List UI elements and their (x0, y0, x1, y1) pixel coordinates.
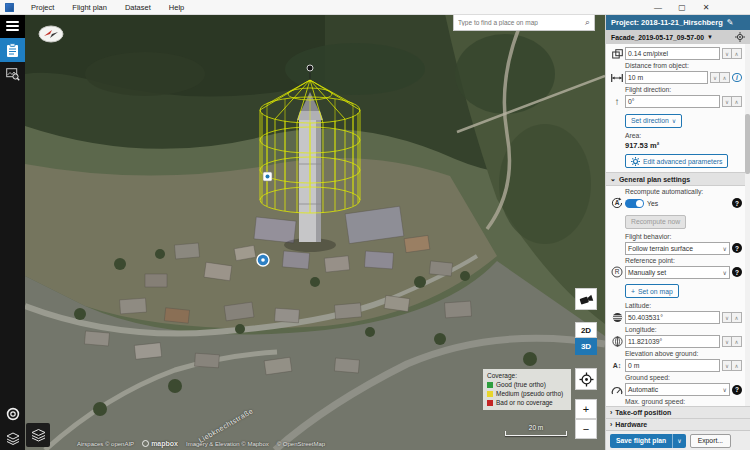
toolbar-layers-icon[interactable] (0, 426, 25, 450)
section-takeoff-position[interactable]: › Take-off position (606, 406, 750, 418)
elevation-input[interactable]: 0 m (625, 359, 720, 372)
direction-arrow-icon: ↑ (609, 96, 625, 107)
ground-speed-help-icon[interactable]: ? (732, 385, 742, 395)
project-titlebar: Project: 2018-11-21_Hirschberg ✎ (606, 14, 750, 30)
section-hardware[interactable]: › Hardware (606, 418, 750, 430)
scrollbar-thumb[interactable] (745, 114, 750, 174)
basemap-layers-button[interactable] (26, 423, 50, 447)
direction-input[interactable]: 0° (625, 95, 720, 108)
compass[interactable] (38, 25, 64, 43)
chevron-down-icon: ∨ (672, 117, 676, 124)
reference-point-marker[interactable] (257, 254, 269, 266)
zoom-in-button[interactable]: + (575, 399, 597, 419)
coverage-legend: Coverage: Good (true ortho) Medium (pseu… (483, 369, 571, 410)
hamburger-menu-icon[interactable] (0, 14, 25, 38)
recompute-label: Recompute automatically: (625, 188, 742, 196)
flight-selector-bar[interactable]: Facade_2019-05-17_09-57-00 ▼ (606, 30, 750, 44)
section-general-plan-settings[interactable]: ⌄ General plan settings (606, 172, 745, 186)
gsd-input[interactable]: 0.14 cm/pixel (625, 47, 720, 60)
sidebar-scrollbar[interactable] (745, 44, 750, 406)
clipboard-icon (6, 43, 19, 58)
attribution-airspaces[interactable]: Airspaces © openAIP (77, 441, 134, 447)
zoom-out-button[interactable]: − (575, 419, 597, 439)
reference-point-label: Reference point: (625, 257, 742, 265)
map-mode-3d-button[interactable]: 3D (575, 338, 597, 355)
longitude-globe-icon (609, 336, 625, 347)
recompute-toggle[interactable] (625, 199, 644, 208)
app-icon (5, 3, 14, 12)
flight-selector-name: Facade_2019-05-17_09-57-00 (611, 34, 704, 41)
area-value: 917.53 m² (625, 141, 742, 150)
attribution-imagery[interactable]: Imagery & Elevation © Mapbox (186, 441, 269, 447)
menu-project[interactable]: Project (22, 0, 63, 14)
set-direction-button[interactable]: Set direction ∨ (625, 114, 682, 128)
distance-icon (609, 74, 625, 82)
flight-behavior-help-icon[interactable]: ? (732, 243, 742, 253)
ground-speed-select[interactable]: Automatic ∨ (625, 383, 730, 396)
map-search: ⌕ (453, 14, 595, 31)
recompute-now-button[interactable]: Recompute now (625, 215, 686, 229)
svg-text:A: A (615, 199, 620, 206)
legend-label-medium: Medium (pseudo ortho) (496, 390, 563, 397)
direction-label: Flight direction: (625, 86, 742, 94)
camera-view-button[interactable] (575, 288, 597, 310)
save-flight-plan-button[interactable]: Save flight plan ∨ (610, 434, 686, 448)
search-icon[interactable]: ⌕ (585, 18, 594, 27)
left-toolbar (0, 14, 25, 450)
sidebar-item-flight-plan[interactable] (0, 38, 25, 62)
latitude-stepper[interactable]: ∨∧ (722, 312, 742, 323)
legend-title: Coverage: (487, 372, 567, 379)
photo-search-icon (6, 68, 20, 81)
window-controls: — ▢ ✕ (646, 0, 718, 14)
map-mode-2d-button[interactable]: 2D (575, 322, 597, 338)
latitude-globe-icon (609, 312, 625, 323)
grid-top-anchor[interactable] (307, 65, 313, 71)
edit-advanced-parameters-button[interactable]: Edit advanced parameters (625, 154, 728, 168)
direction-stepper[interactable]: ∨∧ (722, 96, 742, 107)
reference-point-icon: R (609, 266, 625, 278)
recompute-auto-icon: A (609, 197, 625, 209)
distance-input[interactable]: 10 m (625, 71, 708, 84)
menu-dataset[interactable]: Dataset (116, 0, 160, 14)
ground-speed-label: Ground speed: (625, 374, 742, 382)
close-button[interactable]: ✕ (694, 0, 718, 14)
attribution-osm[interactable]: © OpenStreetMap (277, 441, 325, 447)
plan-settings-panel: 0.14 cm/pixel ∨∧ Distance from object: 1… (606, 44, 745, 406)
distance-label: Distance from object: (625, 62, 742, 70)
project-title: Project: 2018-11-21_Hirschberg (611, 18, 723, 27)
svg-text:R: R (615, 268, 620, 275)
waypoint-marker[interactable] (263, 172, 272, 181)
set-on-map-button[interactable]: + Set on map (625, 284, 679, 298)
maximize-button[interactable]: ▢ (670, 0, 694, 14)
chevron-down-icon: ∨ (723, 269, 727, 276)
recompute-help-icon[interactable]: ? (732, 198, 742, 208)
caret-down-icon: ▼ (707, 34, 713, 40)
elevation-stepper[interactable]: ∨∧ (722, 360, 742, 371)
reference-point-select[interactable]: Manually set ∨ (625, 266, 730, 279)
max-ground-speed-label: Max. ground speed: (625, 398, 742, 406)
longitude-stepper[interactable]: ∨∧ (722, 336, 742, 347)
mapbox-logo[interactable]: mapbox (142, 440, 178, 447)
edit-project-icon[interactable]: ✎ (727, 18, 734, 27)
map-3d-view[interactable]: Liebknechtstraße ⌕ 2D 3D + − (25, 14, 605, 450)
gsd-stepper[interactable]: ∨∧ (722, 48, 742, 59)
longitude-input[interactable]: 11.821039° (625, 335, 720, 348)
save-options-chevron[interactable]: ∨ (672, 434, 685, 448)
distance-info-icon[interactable]: i (732, 73, 742, 82)
locate-button[interactable] (575, 368, 597, 390)
menu-help[interactable]: Help (160, 0, 193, 14)
flight-behavior-select[interactable]: Follow terrain surface ∨ (625, 242, 730, 255)
legend-swatch-bad (487, 400, 493, 406)
scale-label: 20 m (505, 424, 567, 431)
distance-stepper[interactable]: ∨∧ (710, 72, 730, 83)
latitude-input[interactable]: 50.403531° (625, 311, 720, 324)
flight-behavior-label: Flight behavior: (625, 233, 742, 241)
search-input[interactable] (454, 19, 585, 26)
toolbar-help-ring-icon[interactable] (0, 402, 25, 426)
menu-flight-plan[interactable]: Flight plan (63, 0, 116, 14)
minimize-button[interactable]: — (646, 0, 670, 14)
sidebar-item-image-review[interactable] (0, 62, 25, 86)
reference-point-help-icon[interactable]: ? (732, 267, 742, 277)
export-button[interactable]: Export... (690, 434, 731, 448)
camera-icon (579, 294, 594, 305)
